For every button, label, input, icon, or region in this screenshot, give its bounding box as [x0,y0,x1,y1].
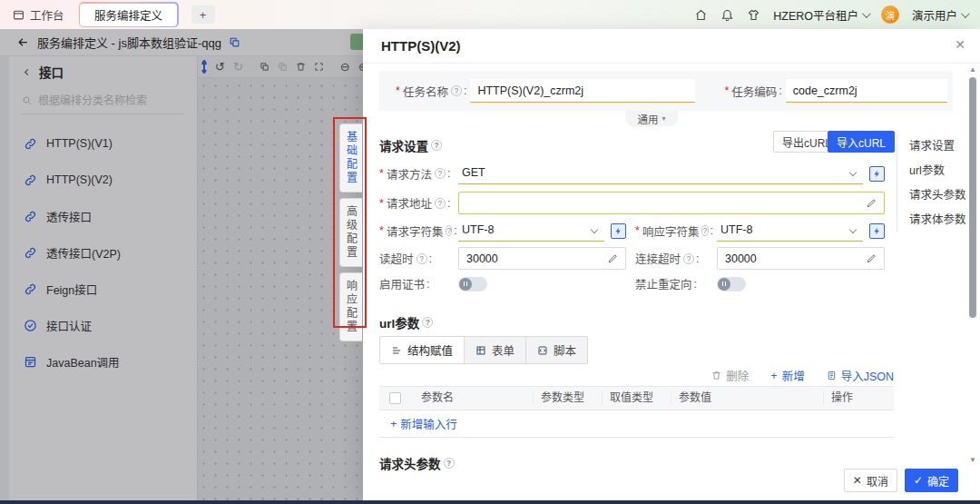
task-name-label: * 任务名称 ? [396,83,470,100]
tenant-switcher[interactable]: HZERO平台租户 [773,6,868,24]
response-charset-select[interactable]: UTF-8 [717,220,863,242]
chevron-down-icon [591,226,598,233]
tab-workbench-label: 工作台 [30,6,64,24]
task-name-input[interactable]: HTTP(S)(V2)_czrm2j [470,79,695,103]
drawer-title: HTTP(S)(V2) [381,38,461,54]
col-value-type: 取值类型 [603,391,671,405]
annotation-red-box [333,117,367,328]
col-actions: 操作 [824,391,894,405]
url-params-tabgroup: 结构赋值 表单 脚本 [379,336,588,364]
confirm-button[interactable]: ✓ 确定 [905,469,958,492]
request-charset-label: *请求字符集? [379,222,458,240]
chevron-down-icon [961,9,970,18]
task-config-drawer: HTTP(S)(V2) ✕ * 任务名称 ? HTTP(S)(V2)_czrm2… [363,29,980,500]
required-marker: * [724,84,729,97]
edit-pencil-icon [867,198,877,208]
col-param-name: 参数名 [414,391,534,405]
home-icon[interactable] [694,8,708,22]
edit-pencil-icon [608,253,618,263]
header-params-title: 请求头参数 ? [379,454,455,472]
col-param-value: 参数值 [671,391,824,405]
url-params-title: url参数 ? [379,313,433,331]
help-icon[interactable]: ? [446,225,452,236]
task-code-input[interactable]: code_czrm2j [786,79,947,103]
add-input-row-button[interactable]: + 新增输入行 [379,410,894,438]
response-charset-label: *响应字符集? [635,222,717,240]
chevron-down-icon [849,169,857,176]
toggle-knob-icon [718,278,730,291]
formula-binding-icon[interactable] [869,166,885,182]
x-icon: ✕ [853,474,862,487]
theme-skin-icon[interactable] [747,8,760,22]
col-param-type: 参数类型 [534,391,603,405]
connect-timeout-input[interactable]: 30000 [717,247,885,270]
tab-workbench[interactable]: 工作台 [13,6,64,24]
basic-fields-panel: * 任务名称 ? HTTP(S)(V2)_czrm2j * 任务编码 code_… [379,71,953,111]
help-icon[interactable]: ? [683,253,694,264]
delete-rows-button[interactable]: 删除 [711,367,749,384]
cancel-button[interactable]: ✕ 取消 [844,469,897,492]
request-address-label: *请求地址? [379,194,458,212]
scroll-up-icon[interactable]: ▲ [968,65,977,74]
request-method-label: *请求方法? [379,165,458,183]
help-icon[interactable]: ? [451,85,462,96]
notification-bell-icon[interactable] [720,8,734,22]
structure-list-icon [391,345,402,356]
url-params-actions: 删除 + 新增 导入JSON [379,367,894,384]
add-row-button[interactable]: + 新增 [770,367,804,384]
new-tab-button[interactable]: + [191,5,215,24]
drawer-scrollbar[interactable]: ▲ ▼ [968,65,977,465]
general-collapse-toggle[interactable]: 通用 ▾ [625,111,678,126]
table-grid-icon [475,345,486,356]
avatar[interactable]: 演 [881,5,899,24]
read-timeout-input[interactable]: 30000 [458,247,626,270]
url-params-table: 参数名 参数类型 取值类型 参数值 操作 + 新增输入行 [379,386,894,438]
triangle-down-icon: ▾ [662,115,665,123]
check-icon: ✓ [914,474,923,487]
anchor-header-params[interactable]: 请求头参数 [909,183,966,208]
formula-binding-icon[interactable] [611,223,626,239]
anchor-request-settings[interactable]: 请求设置 [909,134,966,159]
help-icon[interactable]: ? [435,198,446,209]
help-icon[interactable]: ? [435,168,446,179]
help-icon[interactable]: ? [444,458,455,469]
help-icon[interactable]: ? [431,140,442,151]
window-bottom-edge [0,500,980,504]
tab-service-orchestration[interactable]: 服务编排定义 [79,2,179,27]
scrollbar-thumb[interactable] [969,77,976,318]
disable-redirect-toggle[interactable] [717,277,746,292]
required-marker: * [396,84,400,97]
connect-timeout-label: 连接超时? [635,250,717,267]
edit-pencil-icon [867,253,877,263]
disable-redirect-label: 禁止重定向 [635,275,717,292]
trash-icon [711,371,721,380]
select-all-checkbox[interactable] [389,392,401,404]
task-code-label: * 任务编码 [724,83,785,100]
table-header-row: 参数名 参数类型 取值类型 参数值 操作 [379,386,894,410]
request-method-select[interactable]: GET [458,163,863,184]
enable-cert-label: 启用证书 [379,275,458,292]
import-icon [827,371,837,380]
plus-icon: + [770,370,777,382]
tab-structure-assign[interactable]: 结构赋值 [380,337,464,363]
help-icon[interactable]: ? [416,253,427,264]
tab-form[interactable]: 表单 [464,337,525,363]
script-icon [537,345,548,356]
modal-mask[interactable] [0,29,363,500]
request-address-input[interactable] [458,192,885,214]
request-charset-select[interactable]: UTF-8 [458,220,604,242]
import-curl-button[interactable]: 导入cURL [828,131,895,153]
enable-cert-toggle[interactable] [458,277,487,292]
import-json-button[interactable]: 导入JSON [827,367,894,384]
anchor-url-params[interactable]: url参数 [909,159,966,183]
scroll-down-icon[interactable]: ▼ [968,456,977,465]
anchor-body-params[interactable]: 请求体参数 [909,208,966,232]
tab-script[interactable]: 脚本 [525,337,587,363]
close-icon[interactable]: ✕ [955,38,965,51]
user-menu[interactable]: 演示用户 [912,6,967,24]
help-icon[interactable]: ? [701,225,708,236]
top-tab-bar: 工作台 服务编排定义 + HZERO平台租户 演 演示用户 [0,0,980,29]
help-icon[interactable]: ? [422,317,433,328]
formula-binding-icon[interactable] [869,223,885,239]
workbench-icon [13,9,24,21]
